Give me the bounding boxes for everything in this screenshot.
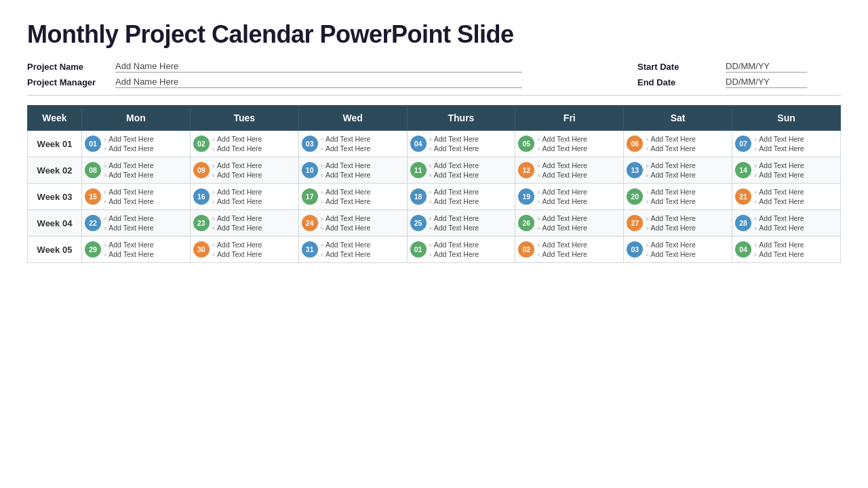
day-text-item[interactable]: ○Add Text Here	[646, 135, 696, 143]
day-text-item[interactable]: ○Add Text Here	[646, 224, 696, 232]
start-date-value[interactable]: DD/MM/YY	[726, 61, 807, 73]
bullet-icon: ○	[537, 216, 540, 221]
day-text-item[interactable]: ○Add Text Here	[646, 250, 696, 258]
day-text-item[interactable]: ○Add Text Here	[429, 214, 479, 222]
bullet-icon: ○	[537, 163, 540, 168]
day-text-item[interactable]: ○Add Text Here	[212, 224, 262, 232]
day-text-item[interactable]: ○Add Text Here	[212, 241, 262, 249]
day-cell-01: 01○Add Text Here○Add Text Here	[407, 237, 515, 263]
day-text-item[interactable]: ○Add Text Here	[321, 241, 371, 249]
day-badge: 02	[518, 241, 534, 258]
day-text-item[interactable]: ○Add Text Here	[212, 144, 262, 152]
day-badge: 03	[627, 241, 643, 258]
day-cell-26: 26○Add Text Here○Add Text Here	[515, 210, 624, 237]
day-text-item[interactable]: ○Add Text Here	[754, 135, 804, 143]
day-text-item[interactable]: ○Add Text Here	[321, 161, 371, 169]
end-date-value[interactable]: DD/MM/YY	[726, 77, 807, 88]
day-text-item[interactable]: ○Add Text Here	[321, 197, 371, 205]
day-text-item[interactable]: ○Add Text Here	[754, 250, 804, 258]
day-text-item[interactable]: ○Add Text Here	[429, 188, 479, 196]
end-date-label: End Date	[637, 77, 719, 87]
day-text-item[interactable]: ○Add Text Here	[754, 171, 804, 179]
day-text-item[interactable]: ○Add Text Here	[321, 224, 371, 232]
day-text-item[interactable]: ○Add Text Here	[429, 171, 479, 179]
day-text-value: Add Text Here	[108, 224, 153, 232]
project-manager-value[interactable]: Add Name Here	[115, 77, 522, 88]
day-text-item[interactable]: ○Add Text Here	[429, 197, 479, 205]
bullet-icon: ○	[104, 173, 106, 178]
day-text-item[interactable]: ○Add Text Here	[754, 214, 804, 222]
day-text-item[interactable]: ○Add Text Here	[212, 171, 262, 179]
day-text-item[interactable]: ○Add Text Here	[104, 188, 154, 196]
day-text-item[interactable]: ○Add Text Here	[212, 214, 262, 222]
day-text-item[interactable]: ○Add Text Here	[754, 224, 804, 232]
calendar-table: WeekMonTuesWedThursFriSatSun Week 0101○A…	[27, 105, 841, 263]
day-text-item[interactable]: ○Add Text Here	[104, 241, 154, 249]
day-text-item[interactable]: ○Add Text Here	[537, 224, 587, 232]
day-text-item[interactable]: ○Add Text Here	[321, 144, 371, 152]
day-text-item[interactable]: ○Add Text Here	[537, 171, 587, 179]
day-text-item[interactable]: ○Add Text Here	[537, 188, 587, 196]
day-text-item[interactable]: ○Add Text Here	[646, 171, 696, 179]
day-text-item[interactable]: ○Add Text Here	[754, 197, 804, 205]
day-badge: 01	[410, 241, 427, 258]
day-text-item[interactable]: ○Add Text Here	[646, 188, 696, 196]
day-cell-20: 20○Add Text Here○Add Text Here	[624, 184, 732, 210]
day-text-item[interactable]: ○Add Text Here	[646, 144, 696, 152]
day-text-item[interactable]: ○Add Text Here	[212, 161, 262, 169]
day-text-item[interactable]: ○Add Text Here	[754, 188, 804, 196]
day-text-item[interactable]: ○Add Text Here	[646, 197, 696, 205]
day-text-value: Add Text Here	[108, 171, 153, 179]
day-text-item[interactable]: ○Add Text Here	[212, 250, 262, 258]
day-cell-11: 11○Add Text Here○Add Text Here	[407, 157, 515, 184]
day-text-item[interactable]: ○Add Text Here	[646, 241, 696, 249]
day-text-item[interactable]: ○Add Text Here	[537, 241, 587, 249]
day-text-item[interactable]: ○Add Text Here	[537, 144, 587, 152]
day-text-item[interactable]: ○Add Text Here	[537, 197, 587, 205]
day-text-item[interactable]: ○Add Text Here	[646, 161, 696, 169]
day-text-item[interactable]: ○Add Text Here	[429, 161, 479, 169]
day-text-item[interactable]: ○Add Text Here	[104, 135, 154, 143]
day-text-item[interactable]: ○Add Text Here	[104, 224, 154, 232]
page-title: Monthly Project Calendar PowerPoint Slid…	[27, 20, 841, 49]
day-text-item[interactable]: ○Add Text Here	[754, 161, 804, 169]
day-text-item[interactable]: ○Add Text Here	[321, 214, 371, 222]
day-text-item[interactable]: ○Add Text Here	[754, 144, 804, 152]
day-text-item[interactable]: ○Add Text Here	[429, 224, 479, 232]
bullet-icon: ○	[754, 146, 757, 151]
day-text-value: Add Text Here	[326, 135, 370, 143]
day-text-item[interactable]: ○Add Text Here	[321, 135, 371, 143]
day-text-item[interactable]: ○Add Text Here	[429, 241, 479, 249]
day-text-item[interactable]: ○Add Text Here	[321, 250, 371, 258]
bullet-icon: ○	[754, 163, 757, 168]
day-text-value: Add Text Here	[108, 144, 153, 152]
bullet-icon: ○	[754, 243, 757, 247]
day-text-item[interactable]: ○Add Text Here	[754, 241, 804, 249]
day-text-item[interactable]: ○Add Text Here	[429, 250, 479, 258]
day-text-item[interactable]: ○Add Text Here	[212, 135, 262, 143]
day-text-item[interactable]: ○Add Text Here	[321, 188, 371, 196]
day-text-item[interactable]: ○Add Text Here	[212, 188, 262, 196]
day-cell-21: 21○Add Text Here○Add Text Here	[732, 184, 841, 210]
bullet-icon: ○	[646, 146, 648, 151]
day-text-item[interactable]: ○Add Text Here	[537, 161, 587, 169]
day-text-item[interactable]: ○Add Text Here	[537, 250, 587, 258]
day-text-item[interactable]: ○Add Text Here	[429, 135, 479, 143]
day-text-item[interactable]: ○Add Text Here	[537, 135, 587, 143]
day-text-item[interactable]: ○Add Text Here	[646, 214, 696, 222]
day-text-item[interactable]: ○Add Text Here	[104, 250, 154, 258]
day-text-item[interactable]: ○Add Text Here	[429, 144, 479, 152]
day-text-item[interactable]: ○Add Text Here	[104, 197, 154, 205]
column-header-mon: Mon	[82, 106, 191, 131]
day-text-item[interactable]: ○Add Text Here	[104, 144, 154, 152]
day-text-item[interactable]: ○Add Text Here	[537, 214, 587, 222]
day-text-item[interactable]: ○Add Text Here	[212, 197, 262, 205]
day-cell-22: 22○Add Text Here○Add Text Here	[82, 210, 191, 237]
day-text-item[interactable]: ○Add Text Here	[104, 171, 154, 179]
bullet-icon: ○	[646, 137, 648, 142]
project-name-value[interactable]: Add Name Here	[115, 61, 522, 73]
day-text-item[interactable]: ○Add Text Here	[104, 161, 154, 169]
day-badge: 02	[193, 136, 210, 152]
day-text-item[interactable]: ○Add Text Here	[104, 214, 154, 222]
day-text-item[interactable]: ○Add Text Here	[321, 171, 371, 179]
